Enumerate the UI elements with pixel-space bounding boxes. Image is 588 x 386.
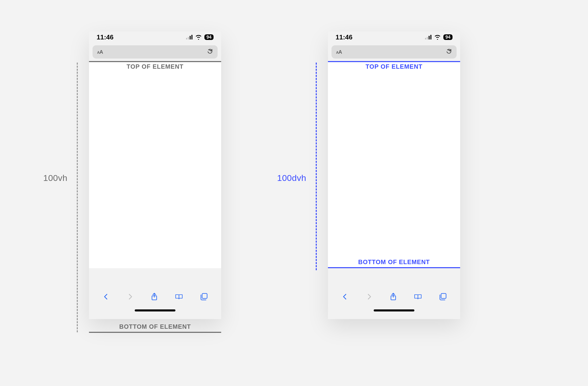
measure-dashed-100dvh [316,63,317,270]
svg-rect-3 [191,35,192,39]
back-icon[interactable] [341,293,349,301]
wifi-icon [434,35,441,40]
element-bottom-border [328,267,460,268]
forward-icon[interactable] [366,293,373,301]
figure-100vh: 100vh 11:46 94 AA [89,28,221,319]
svg-rect-1 [188,37,189,39]
forward-icon[interactable] [127,293,134,301]
element-top-border [328,61,460,62]
url-bar[interactable]: AA [93,45,218,59]
svg-rect-2 [190,36,191,39]
status-bar: 11:46 94 [89,32,221,43]
reader-mode-icon[interactable]: AA [336,49,342,55]
url-bar-row: AA [328,43,460,61]
safari-toolbar [89,289,221,319]
phone-mock-left: 11:46 94 AA [89,32,221,319]
bottom-of-element-label: BOTTOM OF ELEMENT [328,259,460,266]
bookmarks-icon[interactable] [175,293,183,301]
diagram-stage: 100vh 11:46 94 AA [0,0,588,386]
height-label-100vh: 100vh [43,173,67,183]
svg-rect-5 [202,293,207,298]
reload-icon[interactable] [446,48,452,55]
home-indicator [374,309,414,311]
measure-dashed-100vh [77,63,78,332]
tabs-icon[interactable] [439,293,447,302]
top-of-element-label: TOP OF ELEMENT [328,63,460,70]
tabs-icon[interactable] [200,293,208,302]
svg-rect-9 [430,35,431,39]
signal-icon [425,35,432,39]
bottom-of-element-overflow: BOTTOM OF ELEMENT [89,323,221,333]
home-indicator [135,309,175,311]
signal-icon [186,35,193,39]
url-bar[interactable]: AA [331,45,457,59]
bookmarks-icon[interactable] [414,293,422,301]
height-label-100dvh: 100dvh [277,173,306,183]
reload-icon[interactable] [207,48,213,55]
url-bar-row: AA [89,43,221,61]
safari-toolbar [328,289,460,319]
viewport-area-right: TOP OF ELEMENT BOTTOM OF ELEMENT [328,61,460,268]
share-icon[interactable] [151,293,158,302]
status-bar: 11:46 94 [328,32,460,43]
top-of-element-label: TOP OF ELEMENT [89,63,221,70]
svg-rect-8 [429,36,430,39]
status-icons: 94 [425,34,453,40]
svg-rect-7 [427,37,428,39]
phone-mock-right: 11:46 94 AA [328,32,460,319]
status-icons: 94 [186,34,214,40]
figure-100dvh: 100dvh 11:46 94 AA [328,28,460,319]
back-icon[interactable] [102,293,110,301]
element-bottom-border [89,332,221,333]
battery-icon: 94 [443,34,453,40]
status-time: 11:46 [97,33,114,41]
wifi-icon [195,35,202,40]
viewport-area-left: TOP OF ELEMENT [89,61,221,268]
share-icon[interactable] [390,293,397,302]
svg-rect-11 [441,293,446,298]
toolbar-icons [328,289,460,302]
element-top-border [89,61,221,62]
toolbar-icons [89,289,221,302]
bottom-of-element-label: BOTTOM OF ELEMENT [89,323,221,330]
status-time: 11:46 [336,33,353,41]
svg-rect-0 [186,38,187,39]
reader-mode-icon[interactable]: AA [97,49,103,55]
svg-rect-6 [425,38,426,39]
battery-icon: 94 [204,34,214,40]
